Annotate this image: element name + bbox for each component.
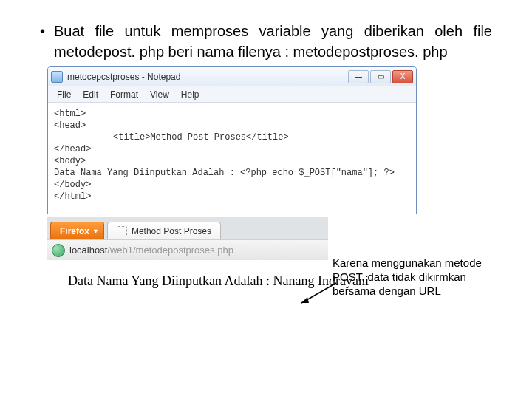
editor-body[interactable]: <html> <head> <title>Method Post Proses<… (48, 103, 416, 214)
chevron-down-icon: ▼ (92, 228, 99, 235)
menu-help[interactable]: Help (175, 89, 205, 100)
firefox-window: Firefox ▼ Method Post Proses localhost/w… (47, 217, 328, 260)
instruction-text: Buat file untuk memproses variable yang … (54, 21, 492, 62)
url-bar[interactable]: localhost/web1/metodepostproses.php (47, 239, 328, 260)
browser-tab[interactable]: Method Post Proses (107, 222, 221, 239)
code-line: <head> (54, 120, 410, 132)
url-host: localhost (69, 245, 107, 256)
notepad-window: metocepcstproses - Notepad — ▭ X File Ed… (47, 66, 417, 214)
minimize-button[interactable]: — (348, 70, 369, 83)
page-favicon (117, 226, 127, 236)
annotation-text: Karena menggunakan metode POST, data tid… (332, 256, 495, 298)
titlebar: metocepcstproses - Notepad — ▭ X (48, 67, 416, 86)
svg-marker-1 (301, 297, 309, 303)
maximize-button[interactable]: ▭ (370, 70, 391, 83)
menubar: File Edit Format View Help (48, 86, 416, 103)
tab-strip: Firefox ▼ Method Post Proses (47, 217, 328, 239)
tab-title: Method Post Proses (132, 226, 211, 236)
url-text: localhost/web1/metodepostproses.php (69, 245, 233, 256)
arrow-icon (296, 279, 340, 309)
bullet-marker: • (40, 21, 45, 41)
menu-format[interactable]: Format (104, 89, 144, 100)
window-title: metocepcstproses - Notepad (67, 72, 348, 82)
code-line: Data Nama Yang Diinputkan Adalah : <?php… (54, 167, 410, 179)
code-line: <title>Method Post Proses</title> (54, 132, 410, 143)
firefox-menu-button[interactable]: Firefox ▼ (50, 222, 104, 239)
url-path: /web1/metodepostproses.php (107, 245, 233, 256)
code-line: <body> (54, 155, 410, 167)
notepad-icon (51, 71, 63, 83)
menu-edit[interactable]: Edit (77, 89, 104, 100)
menu-file[interactable]: File (51, 89, 77, 100)
menu-view[interactable]: View (144, 89, 175, 100)
code-line: <html> (54, 108, 410, 120)
globe-icon (52, 244, 65, 257)
code-line: </html> (54, 191, 410, 202)
close-button[interactable]: X (392, 70, 413, 83)
code-line: </body> (54, 179, 410, 191)
code-line: </head> (54, 143, 410, 155)
firefox-menu-label: Firefox (60, 226, 89, 236)
